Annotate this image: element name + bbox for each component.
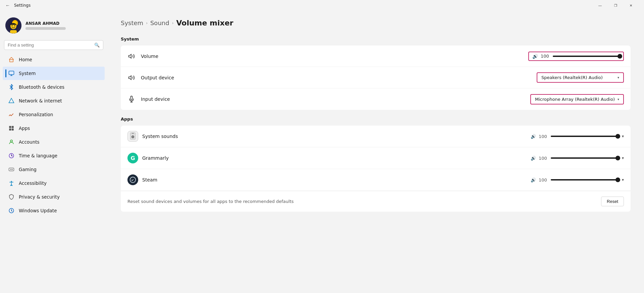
steam-vol-num: 100 [539, 177, 548, 182]
network-nav-label: Network & internet [19, 98, 62, 103]
breadcrumb-current: Volume mixer [176, 19, 233, 27]
back-button[interactable]: ← [5, 3, 10, 8]
volume-thumb[interactable] [618, 54, 622, 59]
search-icon: 🔍 [94, 43, 100, 48]
apps-card: System sounds 🔊 100 ▾ G Grammarly [121, 126, 631, 212]
search-input[interactable] [8, 43, 92, 48]
sidebar-item-privacy[interactable]: Privacy & security [3, 190, 105, 204]
close-button[interactable]: ✕ [623, 0, 639, 11]
system-sounds-track[interactable] [551, 136, 618, 137]
system-sounds-thumb[interactable] [615, 134, 620, 139]
sidebar-item-accounts[interactable]: Accounts [3, 135, 105, 149]
grammarly-volume[interactable]: 🔊 100 ▾ [531, 156, 624, 161]
sidebar-item-network[interactable]: Network & internet [3, 94, 105, 107]
volume-track[interactable] [553, 56, 620, 57]
output-device-dropdown[interactable]: Speakers (Realtek(R) Audio) ▾ [537, 72, 624, 83]
system-sounds-vol-num: 100 [539, 134, 548, 139]
system-sounds-expand[interactable]: ▾ [622, 134, 624, 139]
time-nav-icon [8, 152, 15, 159]
svg-rect-24 [132, 133, 134, 134]
accounts-nav-label: Accounts [19, 139, 40, 145]
steam-icon [127, 174, 138, 185]
output-device-row: Output device Speakers (Realtek(R) Audio… [121, 67, 631, 88]
svg-point-12 [10, 140, 12, 142]
svg-point-23 [132, 136, 133, 138]
system-nav-icon [8, 70, 15, 77]
sidebar-item-personalization[interactable]: Personalization [3, 108, 105, 121]
svg-rect-6 [9, 71, 14, 75]
steam-thumb[interactable] [615, 177, 620, 182]
output-device-control[interactable]: Speakers (Realtek(R) Audio) ▾ [537, 72, 624, 83]
volume-slider-container[interactable]: 🔊 100 [528, 52, 624, 61]
svg-rect-8 [9, 126, 11, 128]
steam-expand[interactable]: ▾ [622, 177, 624, 182]
apps-section-label: Apps [121, 115, 631, 123]
sidebar-item-update[interactable]: Windows Update [3, 204, 105, 217]
avatar-image [5, 17, 21, 33]
main-content: System › Sound › Volume mixer System Vol… [107, 11, 644, 293]
grammarly-vol-num: 100 [539, 156, 548, 161]
privacy-nav-label: Privacy & security [19, 194, 60, 200]
user-name: ANSAR AHMAD [25, 21, 66, 26]
svg-point-3 [12, 25, 13, 26]
time-nav-label: Time & language [19, 153, 57, 158]
system-section-label: System [121, 35, 631, 43]
system-sounds-vol-icon: 🔊 [531, 134, 536, 139]
update-nav-label: Windows Update [19, 208, 57, 213]
steam-vol-icon: 🔊 [531, 177, 536, 182]
bluetooth-nav-icon [8, 84, 15, 90]
personalization-nav-icon [8, 111, 15, 118]
grammarly-label: Grammarly [142, 155, 531, 161]
user-section: ANSAR AHMAD [0, 13, 107, 39]
privacy-nav-icon [8, 194, 15, 200]
svg-marker-7 [9, 98, 14, 103]
apps-nav-icon [8, 125, 15, 132]
input-device-control[interactable]: Microphone Array (Realtek(R) Audio) ▾ [530, 94, 624, 104]
grammarly-vol-icon: 🔊 [531, 156, 536, 161]
minimize-button[interactable]: — [592, 0, 608, 11]
grammarly-expand[interactable]: ▾ [622, 156, 624, 160]
steam-volume[interactable]: 🔊 100 ▾ [531, 177, 624, 182]
sidebar-item-home[interactable]: Home [3, 53, 105, 66]
grammarly-row: G Grammarly 🔊 100 ▾ [121, 147, 631, 169]
svg-rect-5 [10, 60, 13, 62]
input-device-value: Microphone Array (Realtek(R) Audio) [535, 97, 615, 102]
output-device-label: Output device [141, 75, 537, 80]
steam-track[interactable] [551, 179, 618, 180]
input-device-row: Input device Microphone Array (Realtek(R… [121, 88, 631, 110]
user-info: ANSAR AHMAD [25, 21, 66, 30]
avatar [5, 17, 21, 33]
svg-rect-9 [12, 126, 14, 128]
window-controls: — ❐ ✕ [592, 0, 639, 11]
bluetooth-nav-label: Bluetooth & devices [19, 84, 64, 90]
breadcrumb-system[interactable]: System [121, 19, 143, 26]
reset-row: Reset sound devices and volumes for all … [121, 191, 631, 212]
system-nav-label: System [19, 71, 36, 76]
sidebar: ANSAR AHMAD 🔍 HomeSystemBluetooth & devi… [0, 11, 107, 293]
titlebar-title: Settings [14, 3, 31, 8]
grammarly-thumb[interactable] [615, 156, 620, 160]
sidebar-item-gaming[interactable]: Gaming [3, 163, 105, 176]
system-sounds-volume[interactable]: 🔊 100 ▾ [531, 134, 624, 139]
sidebar-item-bluetooth[interactable]: Bluetooth & devices [3, 80, 105, 94]
sidebar-item-accessibility[interactable]: Accessibility [3, 176, 105, 190]
maximize-button[interactable]: ❐ [608, 0, 623, 11]
svg-point-4 [14, 25, 15, 26]
sidebar-item-time[interactable]: Time & language [3, 149, 105, 162]
svg-rect-2 [10, 30, 17, 33]
sidebar-item-system[interactable]: System [3, 67, 105, 80]
network-nav-icon [8, 97, 15, 104]
reset-button[interactable]: Reset [601, 197, 624, 206]
search-box[interactable]: 🔍 [4, 40, 103, 50]
volume-row-icon [127, 52, 136, 60]
volume-control[interactable]: 🔊 100 [528, 52, 624, 61]
system-sounds-fill [551, 136, 618, 137]
personalization-nav-label: Personalization [19, 112, 53, 117]
breadcrumb-sound[interactable]: Sound [150, 19, 169, 26]
grammarly-icon: G [127, 153, 138, 163]
sidebar-item-apps[interactable]: Apps [3, 122, 105, 135]
input-dropdown-chevron: ▾ [618, 97, 619, 101]
grammarly-track[interactable] [551, 157, 618, 159]
system-sounds-icon [127, 131, 138, 142]
input-device-dropdown[interactable]: Microphone Array (Realtek(R) Audio) ▾ [530, 94, 624, 104]
